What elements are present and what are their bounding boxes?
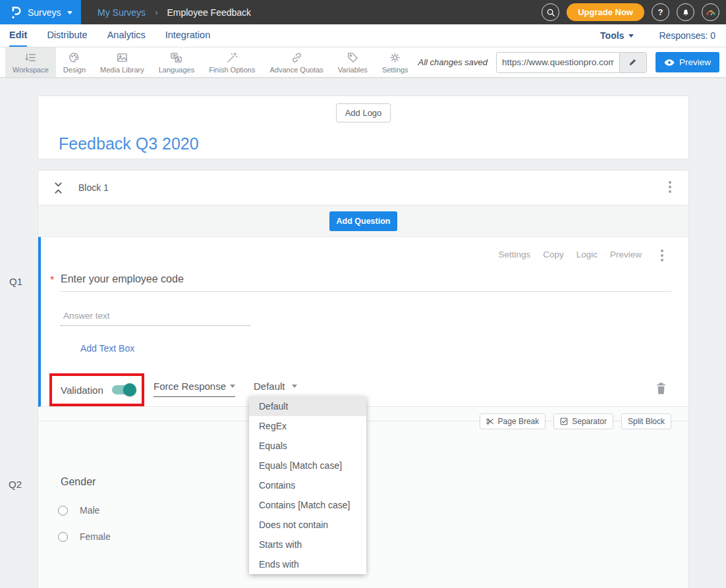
- toolbar-item-label: Workspace: [13, 66, 49, 74]
- tab-distribute[interactable]: Distribute: [47, 24, 87, 47]
- toolbar-item-finish-options[interactable]: Finish Options: [202, 47, 262, 77]
- tab-integration[interactable]: Integration: [165, 24, 211, 47]
- radio-option-male[interactable]: Male: [58, 505, 99, 516]
- add-question-row: Add Question: [38, 205, 688, 237]
- block-title[interactable]: Block 1: [78, 182, 109, 193]
- gear-icon: [389, 51, 401, 64]
- account-avatar[interactable]: [702, 3, 719, 21]
- breadcrumb-my-surveys[interactable]: My Surveys: [98, 7, 146, 18]
- pencil-icon: [628, 58, 637, 67]
- breadcrumb-current-survey: Employee Feedback: [167, 7, 251, 18]
- question-copy-link[interactable]: Copy: [543, 250, 564, 259]
- toolbar-item-workspace[interactable]: Workspace: [5, 47, 56, 77]
- toolbar-item-design[interactable]: Design: [56, 47, 93, 77]
- eye-icon: [664, 59, 675, 66]
- page-break-button[interactable]: Page Break: [480, 414, 546, 429]
- breadcrumb: My Surveys › Employee Feedback: [98, 7, 251, 18]
- split-block-label: Split Block: [628, 417, 665, 426]
- tab-analytics[interactable]: Analytics: [107, 24, 146, 47]
- breadcrumb-separator-icon: ›: [155, 7, 157, 17]
- validation-toggle[interactable]: [112, 385, 135, 394]
- question-logic-link[interactable]: Logic: [576, 250, 598, 259]
- dropdown-option-does-not-contain[interactable]: Does not contain: [249, 515, 366, 535]
- toolbar-item-advance-quotas[interactable]: Advance Quotas: [262, 47, 330, 77]
- top-navigation-bar: Surveys My Surveys › Employee Feedback U…: [0, 0, 726, 24]
- tab-edit[interactable]: Edit: [9, 24, 27, 47]
- question-1-card: Settings Copy Logic Preview * Enter your…: [38, 237, 688, 407]
- survey-title[interactable]: Feedback Q3 2020: [59, 134, 199, 153]
- toolbar-right-cluster: All changes saved Preview: [418, 47, 726, 77]
- question-mark-icon: ?: [658, 7, 663, 17]
- add-logo-button[interactable]: Add Logo: [336, 103, 391, 122]
- delete-question-button[interactable]: [656, 383, 666, 394]
- survey-url-input[interactable]: [497, 53, 619, 72]
- dropdown-option-contains[interactable]: Contains: [249, 475, 366, 495]
- question-2-text[interactable]: Gender: [61, 476, 96, 488]
- force-response-label: Force Response: [154, 381, 226, 392]
- force-response-select[interactable]: Force Response: [154, 381, 235, 397]
- block-divider-tools: Page Break Separator Split Block: [480, 414, 671, 429]
- bell-icon: [681, 7, 690, 17]
- dropdown-option-ends-with[interactable]: Ends with: [249, 554, 366, 574]
- dropdown-option-equals[interactable]: Equals: [249, 436, 366, 456]
- tabbar-right-links: Tools Responses: 0: [600, 24, 726, 47]
- checkbox-checked-icon: [560, 417, 568, 425]
- editor-toolbar: Workspace Design Media Library Languages…: [0, 47, 726, 78]
- survey-header-card: Add Logo Feedback Q3 2020: [38, 95, 689, 159]
- workspace-icon: [24, 51, 37, 64]
- autosave-status: All changes saved: [418, 57, 488, 67]
- survey-section-tabs: Edit Distribute Analytics Integration To…: [0, 24, 726, 47]
- toolbar-item-variables[interactable]: Variables: [331, 47, 375, 77]
- dropdown-option-equals-match-case[interactable]: Equals [Match case]: [249, 456, 366, 475]
- translate-icon: [170, 51, 182, 64]
- block-kebab-menu-icon[interactable]: [669, 181, 671, 184]
- question-settings-link[interactable]: Settings: [498, 250, 530, 259]
- question-kebab-menu-icon[interactable]: [661, 250, 663, 252]
- validation-type-value: Default: [254, 381, 285, 392]
- dropdown-option-starts-with[interactable]: Starts with: [249, 535, 366, 554]
- question-preview-link[interactable]: Preview: [610, 250, 642, 259]
- dropdown-option-contains-match-case[interactable]: Contains [Match case]: [249, 495, 366, 515]
- toolbar-item-settings[interactable]: Settings: [375, 47, 416, 77]
- tools-menu-button[interactable]: Tools: [600, 30, 634, 41]
- split-block-button[interactable]: Split Block: [621, 414, 671, 429]
- scissors-icon: [486, 417, 494, 425]
- responses-count-link[interactable]: Responses: 0: [659, 30, 715, 41]
- chevron-down-icon: [628, 34, 634, 38]
- question-1-text[interactable]: Enter your employee code: [61, 273, 184, 285]
- radio-option-female[interactable]: Female: [58, 531, 111, 542]
- add-text-box-link[interactable]: Add Text Box: [80, 343, 134, 354]
- radio-button-icon[interactable]: [58, 532, 68, 542]
- validation-highlight-box: Validation: [49, 373, 144, 406]
- app-window: Surveys My Surveys › Employee Feedback U…: [0, 0, 726, 588]
- dropdown-option-default[interactable]: Default: [249, 396, 366, 416]
- answer-text-input[interactable]: [61, 309, 250, 326]
- question-number-q2: Q2: [9, 479, 22, 490]
- validation-type-select[interactable]: Default: [254, 381, 297, 397]
- page-break-label: Page Break: [498, 417, 540, 426]
- separator-button[interactable]: Separator: [553, 414, 613, 429]
- product-switcher[interactable]: Surveys: [0, 0, 81, 24]
- validation-label: Validation: [61, 385, 103, 396]
- edit-url-button[interactable]: [619, 53, 646, 72]
- search-button[interactable]: [542, 3, 559, 21]
- validation-type-dropdown-menu: Default RegEx Equals Equals [Match case]…: [249, 396, 366, 574]
- dropdown-option-regex[interactable]: RegEx: [249, 416, 366, 436]
- radio-button-icon[interactable]: [58, 506, 68, 516]
- chevron-down-icon: [292, 385, 297, 388]
- toggle-knob: [123, 383, 136, 396]
- toolbar-item-label: Media Library: [100, 66, 144, 74]
- chevron-down-icon: [230, 385, 235, 388]
- help-button[interactable]: ?: [652, 3, 669, 21]
- collapse-block-icon[interactable]: [54, 182, 63, 194]
- toolbar-item-media-library[interactable]: Media Library: [93, 47, 152, 77]
- notifications-button[interactable]: [677, 3, 694, 21]
- add-question-button[interactable]: Add Question: [329, 211, 398, 231]
- upgrade-now-button[interactable]: Upgrade Now: [567, 3, 644, 21]
- question-actions: Settings Copy Logic Preview: [498, 250, 663, 259]
- trash-icon: [656, 383, 666, 394]
- preview-button[interactable]: Preview: [656, 52, 719, 72]
- image-icon: [116, 51, 128, 64]
- toolbar-item-languages[interactable]: Languages: [152, 47, 202, 77]
- toolbar-item-label: Languages: [159, 66, 194, 74]
